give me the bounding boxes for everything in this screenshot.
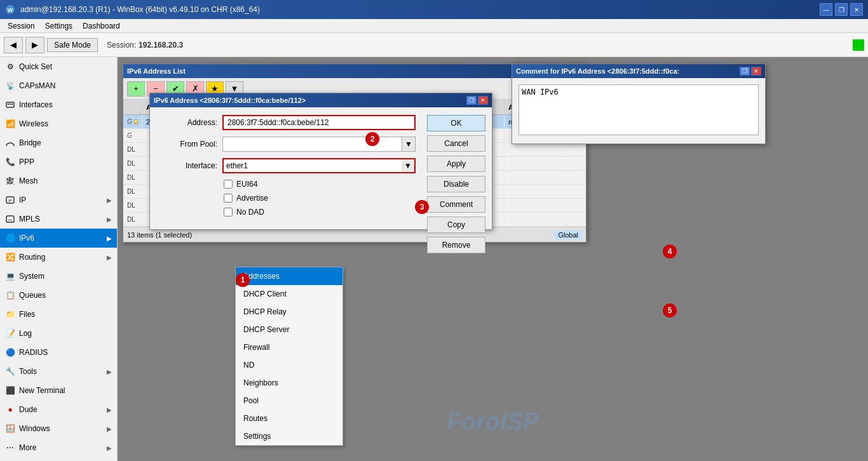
row-flag-7: DL (123, 199, 142, 212)
sidebar-item-system[interactable]: 💻 System (0, 267, 117, 286)
sidebar-item-files[interactable]: 📁 Files (0, 305, 117, 324)
ok-button[interactable]: OK (427, 115, 485, 131)
sidebar-item-capsman[interactable]: 📡 CAPsMAN (0, 76, 117, 95)
submenu-settings[interactable]: Settings (236, 427, 342, 445)
menu-settings[interactable]: Settings (40, 20, 78, 32)
sidebar-item-new-terminal[interactable]: ⬛ New Terminal (0, 381, 117, 400)
sidebar-label-interfaces: Interfaces (19, 100, 112, 109)
sidebar-label-files: Files (19, 310, 112, 319)
cancel-button[interactable]: Cancel (427, 135, 485, 152)
row-flag-8: DL (123, 213, 142, 226)
from-pool-dropdown[interactable]: ▼ (402, 137, 416, 152)
sidebar-label-mpls: MPLS (19, 215, 103, 224)
sidebar-label-log: Log (19, 329, 112, 338)
sidebar-item-routing[interactable]: 🔀 Routing ▶ (0, 248, 117, 267)
step-4-badge: 4 (663, 244, 677, 258)
mesh-icon: 🕸 (5, 176, 15, 186)
session-value: 192.168.20.3 (139, 41, 183, 50)
submenu-pool[interactable]: Pool (236, 392, 342, 410)
main-layout: ⚙ Quick Set 📡 CAPsMAN Interfaces 📶 Wirel… (0, 57, 868, 461)
session-label: Session: (107, 41, 136, 50)
ipv6-submenu: Addresses DHCP Client DHCP Relay DHCP Se… (235, 267, 343, 446)
svg-rect-3 (8, 104, 9, 105)
comment-button[interactable]: Comment (427, 196, 485, 213)
sidebar-item-dude[interactable]: ● Dude ▶ (0, 400, 117, 419)
remove-button[interactable]: Remove (427, 237, 485, 253)
edit-dialog-titlebar: IPv6 Address <2806:3f7:5ddd::f0ca:bebe/1… (150, 93, 492, 107)
tools-icon: 🔧 (5, 366, 15, 377)
mpls-arrow: ▶ (107, 216, 112, 223)
ipv6-arrow: ▶ (107, 235, 112, 242)
edit-dialog-close[interactable]: ✕ (478, 96, 488, 105)
sidebar-item-more[interactable]: ⋯ More ▶ (0, 438, 117, 457)
bridge-icon (5, 138, 15, 148)
capsman-icon: 📡 (5, 81, 15, 91)
sidebar-item-radius[interactable]: 🔵 RADIUS (0, 343, 117, 362)
back-button[interactable]: ◀ (4, 37, 23, 53)
sidebar-item-interfaces[interactable]: Interfaces (0, 95, 117, 114)
sidebar-item-queues[interactable]: 📋 Queues (0, 286, 117, 305)
step-2-badge: 2 (365, 132, 379, 146)
sidebar-item-tools[interactable]: 🔧 Tools ▶ (0, 362, 117, 381)
sidebar-item-ip[interactable]: IP IP ▶ (0, 190, 117, 210)
sidebar-item-wireless[interactable]: 📶 Wireless (0, 114, 117, 133)
apply-button[interactable]: Apply (427, 156, 485, 172)
row-flag-2: G (123, 129, 142, 142)
submenu-routes[interactable]: Routes (236, 410, 342, 427)
submenu-dhcp-client[interactable]: DHCP Client (236, 285, 342, 303)
forward-button[interactable]: ▶ (25, 37, 44, 53)
interfaces-icon (5, 100, 15, 110)
comment-content-area: WAN IPv6 (512, 78, 765, 144)
advertise-checkbox[interactable] (224, 194, 233, 203)
sidebar-item-bridge[interactable]: Bridge (0, 133, 117, 152)
system-icon: 💻 (5, 271, 15, 281)
sidebar: ⚙ Quick Set 📡 CAPsMAN Interfaces 📶 Wirel… (0, 57, 118, 461)
interface-input[interactable] (222, 158, 402, 173)
sidebar-label-new-terminal: New Terminal (19, 386, 112, 395)
row-flag-5: DL (123, 171, 142, 184)
sidebar-label-system: System (19, 272, 112, 281)
sidebar-label-quick-set: Quick Set (19, 62, 112, 71)
sidebar-label-bridge: Bridge (19, 138, 112, 147)
submenu-nd[interactable]: ND (236, 356, 342, 374)
comment-restore[interactable]: ❐ (740, 67, 750, 76)
add-address-btn[interactable]: + (127, 81, 145, 97)
submenu-dhcp-server[interactable]: DHCP Server (236, 321, 342, 338)
sidebar-label-tools: Tools (19, 367, 103, 376)
sidebar-item-mesh[interactable]: 🕸 Mesh (0, 171, 117, 190)
submenu-firewall[interactable]: Firewall (236, 338, 342, 356)
comment-textarea[interactable]: WAN IPv6 (519, 84, 759, 135)
sidebar-label-wireless: Wireless (19, 119, 112, 128)
sidebar-label-routing: Routing (19, 253, 103, 262)
maximize-btn[interactable]: ❐ (835, 3, 848, 16)
edit-dialog-restore[interactable]: ❐ (466, 96, 477, 105)
menu-session[interactable]: Session (3, 20, 40, 32)
copy-button[interactable]: Copy (427, 217, 485, 233)
minimize-btn[interactable]: — (820, 3, 832, 16)
menu-dashboard[interactable]: Dashboard (78, 20, 125, 32)
interface-label: Interface: (160, 161, 217, 170)
eui64-checkbox[interactable] (224, 180, 233, 189)
sidebar-label-ip: IP (19, 196, 103, 204)
sidebar-item-mpls[interactable]: 255 MPLS ▶ (0, 210, 117, 229)
disable-button[interactable]: Disable (427, 176, 485, 192)
dialog-buttons: OK Cancel Apply Disable Comment Copy Rem… (422, 107, 492, 261)
sidebar-item-ipv6[interactable]: 🌐 IPv6 ▶ (0, 229, 117, 248)
row-flag-6: DL (123, 185, 142, 198)
sidebar-item-log[interactable]: 📝 Log (0, 324, 117, 343)
submenu-addresses[interactable]: Addresses (236, 267, 342, 285)
submenu-dhcp-relay[interactable]: DHCP Relay (236, 303, 342, 321)
sidebar-item-quick-set[interactable]: ⚙ Quick Set (0, 57, 117, 76)
svg-rect-5 (11, 104, 13, 105)
address-input[interactable] (222, 115, 416, 130)
sidebar-item-ppp[interactable]: 📞 PPP (0, 152, 117, 171)
comment-close[interactable]: ✕ (751, 67, 761, 76)
sidebar-item-windows[interactable]: 🪟 Windows ▶ (0, 419, 117, 438)
close-btn[interactable]: ✕ (850, 3, 863, 16)
interface-dropdown[interactable]: ▼ (402, 158, 416, 173)
submenu-neighbors[interactable]: Neighbors (236, 374, 342, 392)
step-3-badge: 3 (415, 200, 429, 214)
safe-mode-button[interactable]: Safe Mode (47, 38, 98, 52)
no-dad-checkbox[interactable] (224, 208, 233, 217)
comment-window: Comment for IPv6 Address <2806:3f7:5ddd:… (512, 63, 766, 144)
